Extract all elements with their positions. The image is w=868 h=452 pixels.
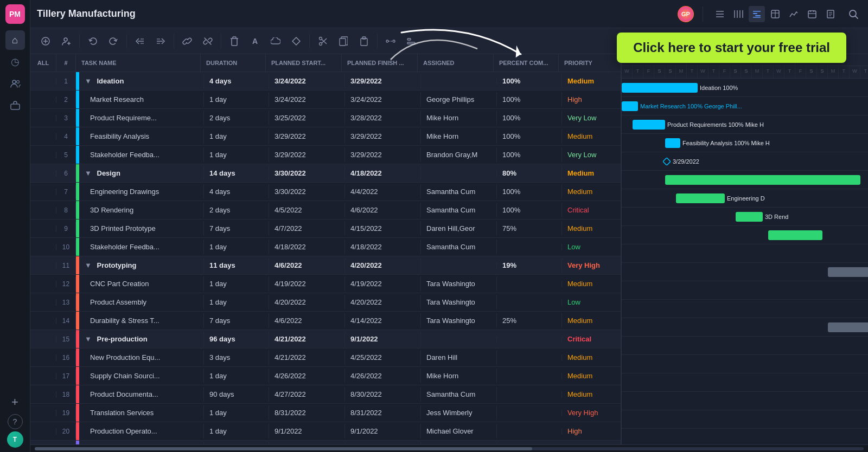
row-task-name[interactable]: Market Research — [79, 92, 204, 107]
col-priority[interactable]: PRIORITY — [559, 54, 622, 72]
view-cols-icon[interactable] — [730, 6, 746, 22]
row-check[interactable] — [30, 133, 56, 140]
row-task-name[interactable]: Stakeholder Feedba... — [79, 240, 204, 254]
row-check[interactable] — [30, 170, 56, 177]
sidebar-item-people[interactable] — [5, 74, 25, 93]
view-page-icon[interactable] — [822, 6, 839, 22]
row-task-name[interactable]: ▼ Ideation — [79, 74, 204, 88]
row-check[interactable] — [30, 225, 56, 232]
table-row[interactable]: 3 Product Requireme... 2 days 3/25/2022 … — [30, 109, 621, 127]
view-table-icon[interactable] — [767, 6, 783, 22]
gantt-bar-market-research[interactable] — [622, 101, 638, 111]
row-task-name[interactable]: 3D Rendering — [79, 203, 204, 217]
table-row[interactable]: 12 CNC Part Creation 1 day 4/19/2022 4/1… — [30, 275, 621, 293]
toolbar-undo[interactable] — [84, 33, 101, 50]
table-row[interactable]: 18 Product Documenta... 90 days 4/27/202… — [30, 385, 621, 404]
row-check[interactable] — [30, 299, 56, 306]
row-check[interactable] — [30, 373, 56, 379]
gantt-bar-design[interactable] — [665, 175, 860, 185]
view-calendar-icon[interactable] — [804, 6, 820, 22]
gantt-bar-durability[interactable] — [828, 322, 868, 332]
view-chart-icon[interactable] — [786, 6, 802, 22]
table-row[interactable]: 7 Engineering Drawings 4 days 3/30/2022 … — [30, 183, 621, 201]
table-row[interactable]: 16 New Production Equ... 3 days 4/21/202… — [30, 348, 621, 367]
sidebar-help-icon[interactable]: ? — [8, 414, 23, 429]
row-check[interactable] — [30, 391, 56, 398]
table-row[interactable]: 21 ▼ Compliance 3 days 9/7/2022 9/9/2022… — [30, 441, 621, 444]
scrollbar-thumb[interactable] — [35, 447, 532, 450]
toolbar-indent-in[interactable] — [152, 33, 169, 50]
row-check[interactable] — [30, 410, 56, 416]
sidebar-item-home[interactable]: ⌂ — [5, 30, 25, 50]
table-row[interactable]: 11 ▼ Prototyping 11 days 4/6/2022 4/20/2… — [30, 256, 621, 275]
row-task-name[interactable]: Stakeholder Feedba... — [79, 147, 204, 162]
view-gantt-icon[interactable] — [749, 6, 765, 22]
table-row[interactable]: 4 Feasibility Analysis 1 day 3/29/2022 3… — [30, 127, 621, 146]
table-row[interactable]: 14 Durability & Stress T... 7 days 4/6/2… — [30, 312, 621, 330]
row-task-name[interactable]: Product Assembly — [79, 295, 204, 309]
row-check[interactable] — [30, 189, 56, 195]
free-trial-banner[interactable]: Click here to start your free trial — [617, 33, 846, 63]
toolbar-critical-path[interactable] — [382, 33, 399, 50]
gantt-bar-eng-drawings[interactable] — [676, 193, 725, 203]
row-task-name[interactable]: Product Documenta... — [79, 387, 204, 402]
expand-icon[interactable]: ▼ — [85, 77, 92, 85]
row-task-name[interactable]: Translation Services — [79, 405, 204, 420]
col-planned-start[interactable]: PLANNED START... — [266, 54, 342, 72]
row-task-name[interactable]: Product Requireme... — [79, 111, 204, 125]
toolbar-cloud[interactable] — [267, 33, 284, 50]
table-row[interactable]: 13 Product Assembly 1 day 4/20/2022 4/20… — [30, 293, 621, 312]
gantt-chart[interactable]: MAR, 27 22 APR, 3 22 APR, 10 22 W T F S … — [622, 54, 868, 444]
toolbar-add-task[interactable] — [37, 33, 54, 50]
row-task-name[interactable]: Durability & Stress T... — [79, 313, 204, 328]
row-task-name[interactable]: Engineering Drawings — [79, 184, 204, 199]
table-row[interactable]: 10 Stakeholder Feedba... 1 day 4/18/2022… — [30, 238, 621, 256]
table-row[interactable]: 6 ▼ Design 14 days 3/30/2022 4/18/2022 8… — [30, 164, 621, 183]
table-row[interactable]: 19 Translation Services 1 day 8/31/2022 … — [30, 404, 621, 422]
row-task-name[interactable]: Supply Chain Sourci... — [79, 369, 204, 383]
col-all[interactable]: ALL — [30, 54, 56, 72]
row-check[interactable] — [30, 262, 56, 269]
gantt-bar-3d-prototype[interactable] — [768, 230, 822, 240]
row-task-name[interactable]: ▼ Pre-production — [79, 332, 204, 346]
toolbar-indent-out[interactable] — [131, 33, 149, 50]
user-avatar-main[interactable]: GP — [678, 6, 694, 22]
toolbar-diamond[interactable] — [288, 33, 305, 50]
table-row[interactable]: 5 Stakeholder Feedba... 1 day 3/29/2022 … — [30, 146, 621, 164]
col-planned-finish[interactable]: PLANNED FINISH ... — [342, 54, 418, 72]
expand-icon[interactable]: ▼ — [85, 335, 92, 343]
toolbar-baseline[interactable] — [403, 33, 420, 50]
row-task-name[interactable]: New Production Equ... — [79, 350, 204, 365]
sidebar-user-avatar[interactable]: T — [7, 431, 23, 448]
row-check[interactable] — [30, 336, 56, 343]
sidebar-item-briefcase[interactable] — [5, 95, 25, 115]
row-check[interactable] — [30, 354, 56, 361]
search-icon-top[interactable] — [845, 6, 861, 22]
sidebar-add-icon[interactable]: + — [5, 392, 25, 412]
col-assigned[interactable]: ASSIGNED — [418, 54, 494, 72]
expand-icon[interactable]: ▼ — [85, 261, 92, 269]
table-row[interactable]: 15 ▼ Pre-production 96 days 4/21/2022 9/… — [30, 330, 621, 348]
scrollbar-track[interactable] — [35, 447, 864, 450]
row-check[interactable] — [30, 115, 56, 121]
gantt-bar-product-req[interactable] — [633, 120, 665, 130]
toolbar-redo[interactable] — [105, 33, 122, 50]
row-task-name[interactable]: CNC Part Creation — [79, 276, 204, 291]
row-task-name[interactable]: Production Operato... — [79, 424, 204, 438]
row-check[interactable] — [30, 428, 56, 435]
expand-icon[interactable]: ▼ — [85, 169, 92, 177]
gantt-bar-feasibility[interactable] — [665, 138, 680, 148]
toolbar-delete[interactable] — [226, 33, 243, 50]
col-percent[interactable]: PERCENT COM... — [494, 54, 559, 72]
table-row[interactable]: 20 Production Operato... 1 day 9/1/2022 … — [30, 422, 621, 441]
gantt-bar-prototyping[interactable] — [828, 267, 868, 277]
gantt-bar-ideation[interactable] — [622, 83, 698, 93]
toolbar-scissors[interactable] — [314, 33, 331, 50]
app-logo[interactable]: PM — [5, 4, 25, 24]
row-check[interactable] — [30, 207, 56, 214]
row-task-name[interactable]: ▼ Design — [79, 166, 204, 180]
gantt-bar-3d-rendering[interactable] — [736, 212, 763, 222]
row-task-name[interactable]: 3D Printed Prototype — [79, 221, 204, 236]
row-check[interactable] — [30, 244, 56, 250]
view-list-icon[interactable] — [712, 6, 728, 22]
